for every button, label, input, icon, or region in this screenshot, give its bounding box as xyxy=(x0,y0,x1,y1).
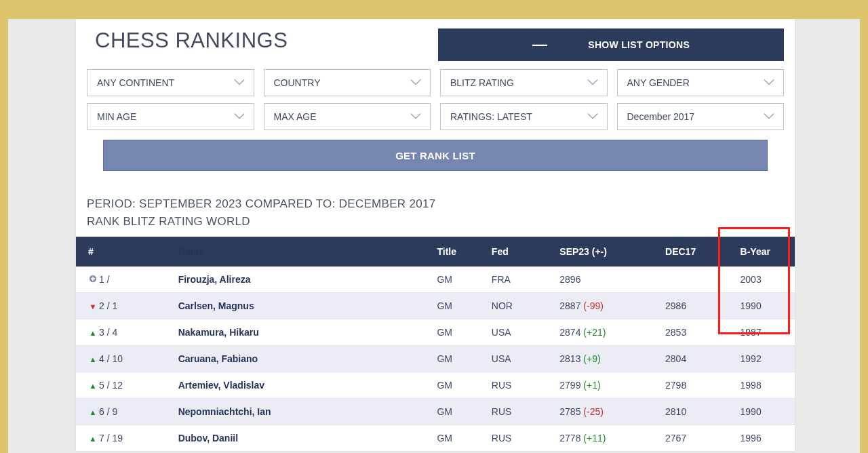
ratings-value: RATINGS: LATEST xyxy=(450,111,532,122)
birth-year: 1987 xyxy=(734,319,795,346)
min-age-select[interactable]: MIN AGE xyxy=(87,103,254,130)
sep23-rating: 2785 (-25) xyxy=(553,399,658,425)
player-name[interactable]: Dubov, Daniil xyxy=(178,433,238,444)
sep23-rating: 2887 (-99) xyxy=(553,293,658,319)
dec17-rating: 2767 xyxy=(658,425,734,452)
period-heading: PERIOD: SEPTEMBER 2023 COMPARED TO: DECE… xyxy=(76,183,795,237)
rank-change-icon: ▲ xyxy=(88,435,98,443)
dec17-rating: 2804 xyxy=(658,346,734,372)
chevron-down-icon xyxy=(763,111,775,123)
player-fed: NOR xyxy=(485,293,553,319)
chevron-down-icon xyxy=(763,77,775,89)
chevron-down-icon xyxy=(410,111,422,123)
player-name[interactable]: Artemiev, Vladislav xyxy=(178,380,264,391)
continent-select[interactable]: ANY CONTINENT xyxy=(87,69,254,96)
dec17-rating: 2853 xyxy=(658,319,734,346)
rating-delta: (-99) xyxy=(583,300,604,311)
col-dec: DEC17 xyxy=(658,237,734,267)
sep23-rating: 2896 xyxy=(553,267,658,293)
country-value: COUNTRY xyxy=(274,77,321,88)
rank-value: 2 / 1 xyxy=(99,300,117,311)
period-line1: PERIOD: SEPTEMBER 2023 COMPARED TO: DECE… xyxy=(87,195,784,213)
rating-delta: (+11) xyxy=(583,433,606,444)
options-label: SHOW LIST OPTIONS xyxy=(588,39,690,50)
rank-change-icon: ▲ xyxy=(88,329,98,337)
gender-select[interactable]: ANY GENDER xyxy=(617,69,785,96)
page-title: CHESS RANKINGS xyxy=(95,28,438,53)
chevron-down-icon xyxy=(233,77,245,89)
rating-delta: (-25) xyxy=(583,406,604,417)
chevron-down-icon xyxy=(587,111,599,123)
rankings-table: # Name Title Fed SEP23 (+-) DEC17 B-Year… xyxy=(76,237,795,451)
table-row: ▼2 / 1Carlsen, MagnusGMNOR2887 (-99)2986… xyxy=(76,293,795,319)
chevron-down-icon xyxy=(233,111,245,123)
rank-value: 5 / 12 xyxy=(99,380,123,391)
player-fed: RUS xyxy=(485,425,553,452)
chevron-down-icon xyxy=(410,77,422,89)
chevron-down-icon xyxy=(587,77,599,89)
player-fed: RUS xyxy=(485,372,553,399)
player-title: GM xyxy=(430,425,484,452)
rating-delta: (+1) xyxy=(583,380,600,391)
rating-type-value: BLITZ RATING xyxy=(450,77,514,88)
rank-change-icon xyxy=(88,275,98,285)
table-row: ▲3 / 4Nakamura, HikaruGMUSA2874 (+21)285… xyxy=(76,319,795,346)
dec17-rating: 2986 xyxy=(658,293,734,319)
dec17-rating: 2810 xyxy=(658,399,734,425)
player-title: GM xyxy=(430,293,484,319)
player-name[interactable]: Nepomniachtchi, Ian xyxy=(178,406,271,417)
rating-type-select[interactable]: BLITZ RATING xyxy=(440,69,608,96)
birth-year: 1990 xyxy=(734,399,795,425)
player-title: GM xyxy=(430,267,484,293)
max-age-select[interactable]: MAX AGE xyxy=(264,103,431,130)
player-name[interactable]: Carlsen, Magnus xyxy=(178,300,254,311)
rank-value: 6 / 9 xyxy=(99,406,117,417)
show-list-options-button[interactable]: — SHOW LIST OPTIONS xyxy=(438,28,784,61)
rank-value: 3 / 4 xyxy=(99,327,117,338)
continent-value: ANY CONTINENT xyxy=(97,77,174,88)
sep23-rating: 2799 (+1) xyxy=(553,372,658,399)
rank-value: 7 / 19 xyxy=(99,433,123,444)
player-fed: USA xyxy=(485,319,553,346)
player-name[interactable]: Caruana, Fabiano xyxy=(178,353,258,364)
col-title: Title xyxy=(430,237,484,267)
table-row: ▲7 / 19Dubov, DaniilGMRUS2778 (+11)27671… xyxy=(76,425,795,452)
dec17-rating xyxy=(658,267,734,293)
table-row: ▲5 / 12Artemiev, VladislavGMRUS2799 (+1)… xyxy=(76,372,795,399)
col-byear: B-Year xyxy=(734,237,795,267)
col-sep: SEP23 (+-) xyxy=(553,237,658,267)
col-rank: # xyxy=(76,237,172,267)
rank-change-icon: ▼ xyxy=(88,302,98,311)
player-name[interactable]: Nakamura, Hikaru xyxy=(178,327,259,338)
birth-year: 1996 xyxy=(734,425,795,452)
svg-rect-2 xyxy=(91,278,95,279)
sep23-rating: 2813 (+9) xyxy=(553,346,658,372)
rank-value: 1 / xyxy=(99,274,110,285)
table-row: ▲6 / 9Nepomniachtchi, IanGMRUS2785 (-25)… xyxy=(76,399,795,425)
player-title: GM xyxy=(430,372,484,399)
rank-change-icon: ▲ xyxy=(88,408,98,416)
dec17-rating: 2798 xyxy=(658,372,734,399)
rating-delta: (+21) xyxy=(583,327,606,338)
compare-month-select[interactable]: December 2017 xyxy=(617,103,785,130)
rating-delta: (+9) xyxy=(583,353,600,364)
player-fed: FRA xyxy=(485,267,553,293)
table-row: 1 /Firouzja, AlirezaGMFRA28962003 xyxy=(76,267,795,293)
player-name[interactable]: Firouzja, Alireza xyxy=(178,274,251,285)
col-fed: Fed xyxy=(485,237,553,267)
country-select[interactable]: COUNTRY xyxy=(264,69,431,96)
sep23-rating: 2778 (+11) xyxy=(553,425,658,452)
rank-change-icon: ▲ xyxy=(88,382,98,390)
col-name: Name xyxy=(172,237,431,267)
ratings-select[interactable]: RATINGS: LATEST xyxy=(440,103,608,130)
player-title: GM xyxy=(430,346,484,372)
player-fed: RUS xyxy=(485,399,553,425)
birth-year: 1998 xyxy=(734,372,795,399)
minus-icon: — xyxy=(532,37,547,52)
max-age-value: MAX AGE xyxy=(274,111,317,122)
player-title: GM xyxy=(430,399,484,425)
get-rank-list-button[interactable]: GET RANK LIST xyxy=(103,140,768,171)
birth-year: 2003 xyxy=(734,267,795,293)
table-row: ▲4 / 10Caruana, FabianoGMUSA2813 (+9)280… xyxy=(76,346,795,372)
rank-change-icon: ▲ xyxy=(88,355,98,363)
